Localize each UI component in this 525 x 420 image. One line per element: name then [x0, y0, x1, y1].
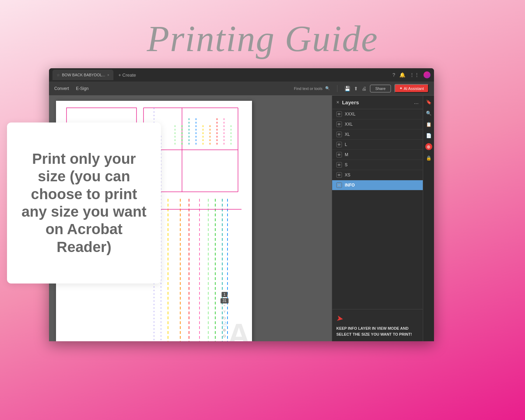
bookmark-sidebar-icon[interactable]: 🔖 — [425, 98, 432, 105]
layers-menu-button[interactable]: ... — [414, 99, 419, 105]
layer-item-xs[interactable]: 👁XS — [332, 170, 423, 180]
esign-button[interactable]: E-Sign — [76, 86, 89, 91]
layer-name-label: INFO — [345, 183, 355, 188]
layer-item-m[interactable]: 👁M — [332, 150, 423, 160]
layers-title: Layers — [342, 99, 414, 105]
divider — [337, 85, 337, 92]
instruction-box: Print only your size (you can choose to … — [7, 122, 161, 284]
toolbar-search-area: Find text or tools 🔍 — [294, 86, 330, 91]
layers-sidebar-icon[interactable]: ⊕ — [425, 143, 432, 150]
arrow-icon: ➤ — [336, 313, 344, 324]
layers-list: 👁XXXL👁XXL👁XL👁L👁M👁S👁XS👁INFO — [332, 109, 423, 309]
layers-info-area: ➤ KEEP INFO LAYER IN VIEW MODE AND SELEC… — [332, 309, 423, 341]
search-icon[interactable]: 🔍 — [325, 86, 330, 91]
page-title-area: Printing Guide — [0, 0, 525, 77]
right-sidebar: 🔖 🔍 📋 📄 ⊕ 🔒 — [423, 96, 434, 341]
layer-name-label: XXXL — [345, 112, 356, 117]
toolbar-right: 💾 ⬆ 🖨 Share ✦ AI Assistant — [344, 84, 429, 93]
layer-visibility-icon[interactable]: 👁 — [336, 111, 342, 117]
acrobat-toolbar: Convert E-Sign Find text or tools 🔍 💾 ⬆ … — [49, 82, 434, 96]
current-page: 1 — [222, 292, 228, 297]
ai-label: AI Assistant — [404, 86, 424, 91]
layer-name-label: S — [345, 162, 348, 167]
print-icon[interactable]: 🖨 — [362, 86, 366, 91]
layer-visibility-icon[interactable]: 👁 — [336, 152, 342, 158]
svg-text:A1: A1 — [227, 317, 252, 341]
refresh-icon[interactable]: ↻ — [223, 316, 226, 321]
layer-item-info[interactable]: 👁INFO — [332, 180, 423, 190]
layer-visibility-icon[interactable]: 👁 — [336, 142, 342, 147]
page-nav: 1 31 ^ v ↻ 📄 ⊕ ⊖ — [220, 292, 229, 338]
copy-sidebar-icon[interactable]: 📄 — [425, 132, 432, 139]
layer-item-s[interactable]: 👁S — [332, 160, 423, 170]
convert-button[interactable]: Convert — [54, 86, 69, 91]
layers-panel: × Layers ... 👁XXXL👁XXL👁XL👁L👁M👁S👁XS👁INFO … — [332, 96, 423, 341]
instruction-text: Print only your size (you can choose to … — [18, 150, 150, 256]
layer-name-label: XS — [345, 173, 350, 177]
layer-item-xxxl[interactable]: 👁XXXL — [332, 109, 423, 119]
layers-close-button[interactable]: × — [336, 99, 339, 105]
total-pages: 31 — [220, 298, 229, 303]
layer-visibility-icon[interactable]: 👁 — [336, 162, 342, 168]
lock-sidebar-icon[interactable]: 🔒 — [425, 154, 432, 161]
share-button[interactable]: Share — [370, 85, 391, 92]
page-up-button[interactable]: ^ — [224, 304, 225, 308]
save-icon[interactable]: 💾 — [344, 86, 350, 91]
layer-item-xl[interactable]: 👁XL — [332, 130, 423, 140]
zoom-in-icon[interactable]: ⊕ — [223, 328, 226, 332]
layer-visibility-icon[interactable]: 👁 — [336, 132, 342, 137]
layer-visibility-icon[interactable]: 👁 — [336, 172, 342, 178]
layer-name-label: M — [345, 152, 348, 157]
zoom-out-icon[interactable]: ⊖ — [223, 334, 226, 338]
upload-icon[interactable]: ⬆ — [354, 86, 358, 91]
pages-sidebar-icon[interactable]: 📋 — [425, 121, 432, 128]
layer-item-l[interactable]: 👁L — [332, 140, 423, 150]
page-down-button[interactable]: v — [224, 309, 225, 313]
search-sidebar-icon[interactable]: 🔍 — [425, 110, 432, 117]
layer-visibility-icon[interactable]: 👁 — [336, 182, 342, 188]
layers-header: × Layers ... — [332, 96, 423, 109]
layer-name-label: L — [345, 142, 347, 147]
layer-name-label: XXL — [345, 122, 353, 127]
layer-visibility-icon[interactable]: 👁 — [336, 121, 342, 127]
search-placeholder: Find text or tools — [294, 86, 322, 91]
arrow-area: ➤ — [336, 314, 419, 323]
ai-icon: ✦ — [399, 86, 402, 91]
layer-name-label: XL — [345, 132, 350, 137]
document-icon[interactable]: 📄 — [222, 322, 227, 327]
ai-assistant-button[interactable]: ✦ AI Assistant — [394, 84, 429, 93]
layer-item-xxl[interactable]: 👁XXL — [332, 119, 423, 130]
layers-info-text: KEEP INFO LAYER IN VIEW MODE AND SELECT … — [336, 326, 419, 337]
page-title: Printing Guide — [147, 18, 378, 60]
